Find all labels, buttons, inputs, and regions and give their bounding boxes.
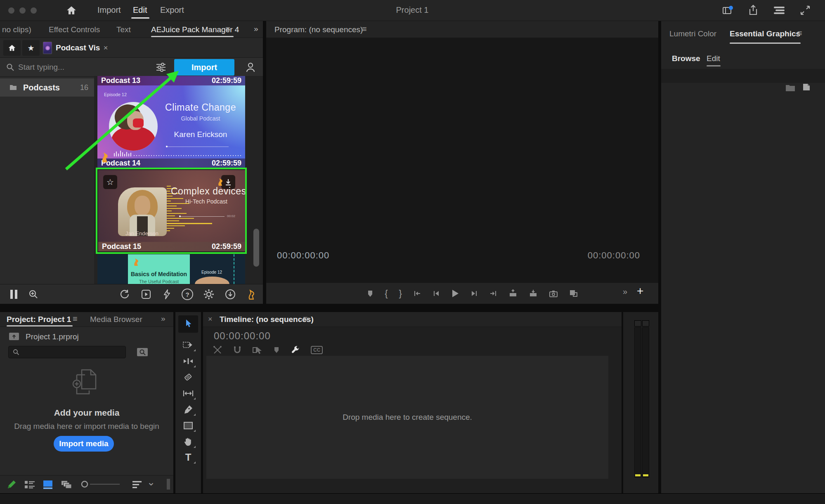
navigate-up-icon[interactable] <box>8 332 20 341</box>
zoom-slider-track[interactable] <box>90 484 120 485</box>
project-panel-menu-icon[interactable]: ≡ <box>73 314 78 324</box>
tool-ripple-edit[interactable] <box>178 354 198 369</box>
timeline-timecode[interactable]: 00:00:00:00 <box>214 330 271 342</box>
tool-rectangle[interactable] <box>178 418 198 433</box>
export-frame-icon[interactable] <box>549 290 558 298</box>
subtab-browse[interactable]: Browse <box>672 54 700 63</box>
aejuice-pack-tab[interactable]: Podcast Vis × <box>43 39 117 57</box>
preview-player-icon[interactable] <box>140 289 152 300</box>
mark-out-icon[interactable]: } <box>399 288 402 299</box>
sort-icon[interactable] <box>131 479 143 490</box>
sidebar-item-podcasts[interactable]: Podcasts 16 <box>0 78 94 97</box>
search-input[interactable] <box>17 61 149 73</box>
tool-hand[interactable] <box>178 434 198 449</box>
menu-export[interactable]: Export <box>160 5 184 15</box>
menu-edit[interactable]: Edit <box>133 5 147 15</box>
favorite-star-button[interactable]: ☆ <box>103 175 117 189</box>
lightning-icon[interactable] <box>162 289 172 300</box>
project-scrollbar-thumb[interactable] <box>167 479 170 490</box>
freeform-view-icon[interactable] <box>60 479 73 490</box>
refresh-icon[interactable] <box>119 289 130 300</box>
new-folder-icon[interactable] <box>785 84 796 92</box>
tool-slip[interactable] <box>178 386 198 401</box>
window-close-button[interactable] <box>8 7 14 14</box>
add-button-icon[interactable]: + <box>637 284 643 298</box>
aejuice-panel-menu-icon[interactable]: ≡ <box>225 24 230 34</box>
project-tab-overflow-icon[interactable]: » <box>161 314 165 323</box>
aejuice-import-button[interactable]: Import <box>174 59 234 76</box>
help-icon[interactable]: ? <box>182 289 193 300</box>
menu-import[interactable]: Import <box>97 5 121 15</box>
tab-effect-controls[interactable]: Effect Controls <box>49 25 100 34</box>
window-minimize-button[interactable] <box>19 7 26 14</box>
step-forward-icon[interactable] <box>470 290 478 297</box>
program-timecode-current[interactable]: 00:00:00:00 <box>277 250 329 261</box>
project-breadcrumb[interactable]: Project 1.prproj <box>26 332 79 341</box>
list-item-podcast13-bar[interactable]: Podcast 13 02:59:59 <box>97 76 245 85</box>
window-zoom-button[interactable] <box>31 7 37 14</box>
project-search-box[interactable] <box>8 346 126 358</box>
tab-source-clipped[interactable]: no clips) <box>2 25 31 34</box>
list-scrollbar-thumb[interactable] <box>253 229 259 267</box>
pack-tab-close-icon[interactable]: × <box>103 43 108 52</box>
zoom-in-icon[interactable] <box>28 289 39 300</box>
comparison-view-icon[interactable] <box>569 289 578 298</box>
program-title[interactable]: Program: (no sequences) <box>274 25 363 34</box>
tab-essential-graphics[interactable]: Essential Graphics <box>730 29 800 38</box>
list-view-icon[interactable] <box>24 479 35 490</box>
program-panel-menu-icon[interactable]: ≡ <box>362 24 367 34</box>
mark-in-icon[interactable]: { <box>385 288 388 299</box>
tab-text[interactable]: Text <box>116 25 131 34</box>
project-search-input[interactable] <box>20 348 125 357</box>
tool-type[interactable]: T <box>178 450 198 465</box>
add-marker-icon[interactable] <box>367 290 373 297</box>
tab-lumetri-color[interactable]: Lumetri Color <box>669 29 716 38</box>
go-to-out-icon[interactable] <box>489 290 497 297</box>
filter-sliders-icon[interactable] <box>155 62 167 73</box>
timeline-settings-wrench-icon[interactable] <box>291 345 300 355</box>
captions-icon[interactable]: CC <box>311 346 323 354</box>
tab-project[interactable]: Project: Project 1 <box>7 315 71 324</box>
tool-pen[interactable] <box>178 402 198 417</box>
timeline-marker-icon[interactable] <box>274 347 279 353</box>
tool-selection[interactable] <box>178 315 198 333</box>
subtab-edit[interactable]: Edit <box>707 54 720 63</box>
sort-chevron-icon[interactable]: ⌄ <box>147 476 155 488</box>
transport-overflow-icon[interactable]: » <box>623 287 627 296</box>
pause-icon[interactable] <box>9 289 18 299</box>
essential-graphics-menu-icon[interactable]: ≡ <box>797 28 802 38</box>
timeline-close-icon[interactable]: × <box>208 315 213 324</box>
workspaces-menu-icon[interactable] <box>773 5 786 16</box>
zoom-slider-handle[interactable] <box>81 480 88 488</box>
list-item-podcast15-thumbnail[interactable]: ☆ Jan Enderson <box>98 170 245 242</box>
linked-selection-icon[interactable] <box>253 346 262 354</box>
lift-icon[interactable] <box>508 289 518 298</box>
aejuice-favorites-button[interactable]: ★ <box>22 40 40 56</box>
tool-track-select-forward[interactable] <box>178 338 198 353</box>
download-all-icon[interactable] <box>225 289 236 300</box>
workspace-icon[interactable] <box>721 5 734 16</box>
go-to-in-icon[interactable] <box>413 290 421 297</box>
share-icon[interactable] <box>747 4 759 17</box>
search-bins-icon[interactable] <box>136 347 149 357</box>
play-button-icon[interactable] <box>451 289 459 298</box>
timeline-title[interactable]: Timeline: (no sequences) <box>220 315 314 324</box>
timeline-drop-zone[interactable]: Drop media here to create sequence. <box>206 356 608 479</box>
aejuice-logo-icon[interactable] <box>246 288 256 301</box>
aejuice-home-button[interactable] <box>3 40 21 56</box>
list-item-podcast16-thumbnail[interactable]: Basics of Meditation The Useful Podcast … <box>97 254 245 284</box>
list-item-podcast14-bar[interactable]: Podcast 14 02:59:59 <box>97 159 245 168</box>
home-icon[interactable] <box>65 5 78 16</box>
gear-icon[interactable] <box>203 289 215 300</box>
import-media-button[interactable]: Import media <box>54 436 114 452</box>
timeline-panel-menu-icon[interactable]: ≡ <box>303 314 308 324</box>
left-tab-overflow-icon[interactable]: » <box>254 24 258 33</box>
account-icon[interactable] <box>244 61 257 73</box>
snap-magnet-icon[interactable] <box>233 345 241 355</box>
writable-pencil-icon[interactable] <box>6 479 17 490</box>
icon-view-icon[interactable] <box>42 479 54 490</box>
list-item-podcast15-bar[interactable]: Podcast 15 02:59:59 <box>98 242 245 251</box>
new-item-icon[interactable] <box>801 82 811 92</box>
step-back-icon[interactable] <box>433 290 440 297</box>
fullscreen-icon[interactable] <box>799 5 811 16</box>
